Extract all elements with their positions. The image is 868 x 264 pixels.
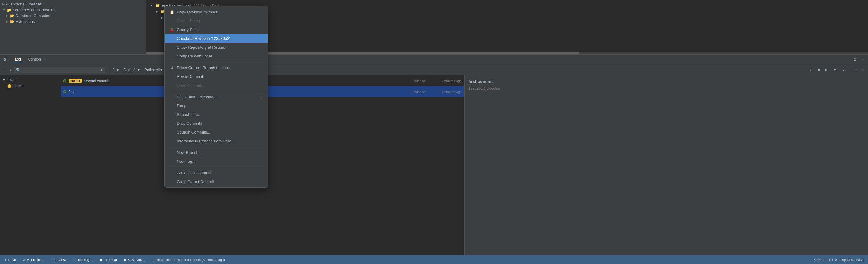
menu-label: Drop Commits <box>177 121 202 126</box>
menu-label: Fixup... <box>177 103 190 108</box>
menu-label: Reset Current Branch to Here... <box>177 65 232 70</box>
menu-item-reset-branch[interactable]: ↺ Reset Current Branch to Here... <box>165 63 268 72</box>
context-menu: 📋 Copy Revision Number Create Patch... 🍒… <box>164 6 268 188</box>
menu-item-go-to-child[interactable]: Go to Child Commit ← <box>165 168 268 177</box>
menu-label: Squash Commits... <box>177 130 210 134</box>
menu-label: Compare with Local <box>177 54 212 58</box>
menu-label: Copy Revision Number <box>177 10 218 14</box>
menu-item-go-to-parent[interactable]: Go to Parent Commit → <box>165 177 268 186</box>
reset-icon: ↺ <box>169 66 175 70</box>
menu-label: Go to Parent Commit <box>177 179 214 184</box>
menu-label: Show Repository at Revision <box>177 45 227 50</box>
menu-item-revert-commit[interactable]: Revert Commit <box>165 72 268 81</box>
menu-label: Create Patch... <box>177 19 203 23</box>
cherry-pick-icon: 🍒 <box>169 28 175 32</box>
menu-item-new-tag[interactable]: New Tag... <box>165 157 268 166</box>
main-container: ▶ 🗂 External Libraries ▼ 📁 Scratches and… <box>0 0 868 264</box>
menu-label: New Tag... <box>177 159 195 164</box>
menu-item-interactively-rebase[interactable]: Interactively Rebase from Here... <box>165 137 268 145</box>
menu-item-create-patch: Create Patch... <box>165 16 268 25</box>
right-arrow-icon: → <box>259 180 262 184</box>
left-arrow-icon: ← <box>259 171 262 174</box>
menu-label: Go to Child Commit <box>177 171 211 175</box>
context-menu-overlay: 📋 Copy Revision Number Create Patch... 🍒… <box>0 0 868 264</box>
menu-label: New Branch... <box>177 150 202 155</box>
menu-label: Edit Commit Message... <box>177 95 219 99</box>
menu-item-copy-revision[interactable]: 📋 Copy Revision Number <box>165 8 268 16</box>
menu-label: Undo Commit... <box>177 83 204 88</box>
menu-item-drop-commits[interactable]: Drop Commits <box>165 119 268 128</box>
menu-item-show-repository[interactable]: Show Repository at Revision <box>165 43 268 52</box>
menu-separator <box>165 146 268 147</box>
menu-item-undo-commit: Undo Commit... <box>165 81 268 90</box>
menu-item-squash-into[interactable]: Squash Into... <box>165 110 268 119</box>
menu-separator <box>165 91 268 91</box>
menu-label: Revert Commit <box>177 74 203 79</box>
menu-item-edit-commit-msg[interactable]: Edit Commit Message... F2 <box>165 93 268 101</box>
menu-item-checkout-revision[interactable]: Checkout Revision '123a80a2' <box>165 34 268 43</box>
menu-label: Cherry-Pick <box>177 27 197 32</box>
menu-item-cherry-pick[interactable]: 🍒 Cherry-Pick <box>165 25 268 34</box>
menu-label: Checkout Revision '123a80a2' <box>177 36 230 41</box>
menu-item-fixup[interactable]: Fixup... <box>165 101 268 110</box>
menu-item-new-branch[interactable]: New Branch... <box>165 148 268 157</box>
menu-label: Interactively Rebase from Here... <box>177 139 235 143</box>
menu-item-squash-commits[interactable]: Squash Commits... <box>165 128 268 137</box>
menu-item-compare-local[interactable]: Compare with Local <box>165 52 268 61</box>
menu-label: Squash Into... <box>177 112 201 117</box>
menu-separator <box>165 62 268 62</box>
menu-separator <box>165 167 268 167</box>
shortcut-label: F2 <box>259 95 262 99</box>
copy-icon: 📋 <box>169 10 175 14</box>
